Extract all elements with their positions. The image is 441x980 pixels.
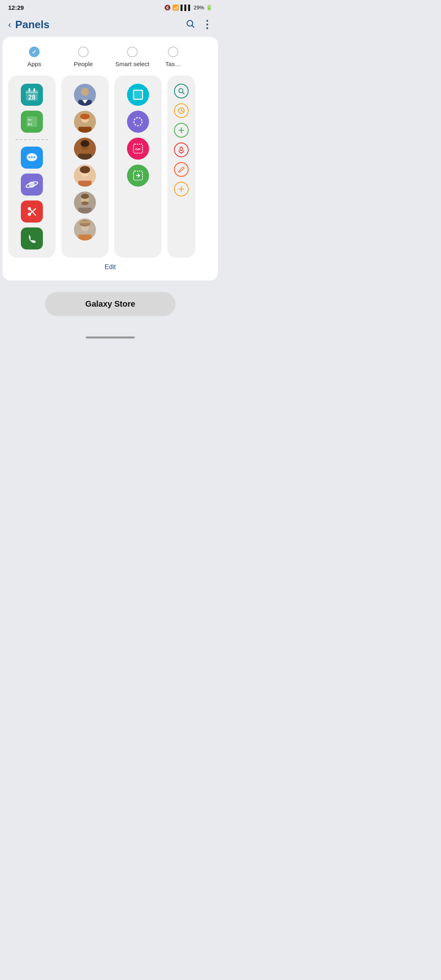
svg-rect-60 (180, 147, 183, 151)
app-icon-messages[interactable] (21, 147, 43, 169)
svg-point-13 (33, 156, 35, 158)
battery-icon: 🔋 (206, 4, 212, 11)
svg-rect-36 (78, 181, 91, 187)
avatar-5[interactable] (74, 192, 96, 214)
galaxy-store-section: Galaxy Store (8, 292, 212, 316)
task-clock-icon (174, 103, 189, 118)
svg-rect-45 (80, 221, 91, 223)
task-pen-icon (174, 162, 189, 177)
svg-text:28: 28 (28, 94, 36, 101)
smart-lasso-select[interactable] (127, 111, 149, 133)
svg-text:+−: +− (28, 118, 33, 122)
svg-text:×÷: ×÷ (28, 122, 33, 127)
svg-line-54 (183, 92, 184, 94)
status-bar: 12:29 🔇 📶 ▌▌▌ 29% 🔋 (0, 0, 220, 13)
status-time: 12:29 (8, 4, 24, 11)
panel-selector: Apps People Smart select Tas… (7, 47, 214, 76)
avatar-6[interactable] (74, 218, 96, 241)
svg-point-35 (80, 166, 90, 174)
search-icon[interactable] (185, 19, 195, 31)
smart-pin[interactable] (127, 165, 149, 187)
app-icon-calculator[interactable]: +− ×÷ (21, 111, 43, 133)
panel-label-smart: Smart select (115, 60, 149, 67)
people-panel (61, 76, 109, 258)
svg-point-39 (81, 194, 89, 199)
mute-icon: 🔇 (164, 4, 171, 11)
task-search-icon (174, 84, 189, 98)
home-indicator (86, 336, 135, 339)
status-icons: 🔇 📶 ▌▌▌ 29% 🔋 (164, 4, 212, 11)
svg-point-49 (134, 118, 142, 126)
battery-percent: 29% (194, 4, 204, 11)
task-mic-icon (174, 143, 189, 157)
panel-option-apps[interactable]: Apps (10, 47, 59, 67)
svg-point-27 (80, 114, 89, 119)
radio-tasks[interactable] (168, 47, 178, 57)
main-card: Apps People Smart select Tas… 28 (2, 37, 218, 281)
app-icon-saturn[interactable] (21, 174, 43, 196)
smart-gif-capture[interactable]: GIF (127, 138, 149, 160)
smart-select-panel: GIF (114, 76, 162, 258)
svg-point-17 (29, 182, 35, 187)
app-icon-youcut[interactable] (21, 200, 43, 223)
svg-rect-28 (78, 127, 91, 133)
panel-label-tasks: Tas… (165, 60, 181, 67)
svg-rect-5 (29, 88, 30, 91)
svg-rect-41 (78, 208, 91, 214)
radio-people[interactable] (78, 47, 89, 57)
svg-point-23 (81, 88, 89, 96)
smart-rect-select[interactable] (127, 84, 149, 106)
svg-point-40 (81, 201, 89, 205)
nav-left: ‹ Panels (8, 18, 49, 31)
apps-panel: 28 +− ×÷ (8, 76, 56, 258)
panels-scroll: 28 +− ×÷ (7, 76, 214, 258)
svg-line-57 (181, 111, 183, 111)
wifi-icon: 📶 (172, 4, 179, 11)
avatar-2[interactable] (74, 111, 96, 133)
tasks-panel-partial (167, 76, 195, 258)
app-icon-phone[interactable] (21, 227, 43, 249)
more-options-icon[interactable]: ⋮ (202, 18, 212, 31)
panel-option-people[interactable]: People (59, 47, 108, 67)
svg-rect-3 (26, 91, 38, 93)
svg-point-11 (29, 156, 30, 158)
avatar-4[interactable] (74, 165, 96, 187)
svg-rect-32 (78, 154, 91, 160)
svg-point-12 (31, 156, 33, 158)
apps-divider (16, 139, 48, 140)
panel-option-tasks[interactable]: Tas… (157, 47, 189, 67)
page-title: Panels (15, 18, 49, 31)
svg-text:GIF: GIF (135, 147, 140, 151)
panel-label-people: People (74, 60, 93, 67)
app-icon-calendar[interactable]: 28 (21, 84, 43, 106)
task-add-icon (174, 123, 189, 138)
svg-rect-6 (33, 88, 35, 91)
top-navigation: ‹ Panels ⋮ (0, 13, 220, 37)
radio-apps[interactable] (29, 47, 40, 57)
svg-point-31 (80, 140, 89, 147)
svg-rect-48 (134, 90, 143, 99)
panel-option-smart[interactable]: Smart select (108, 47, 157, 67)
edit-button[interactable]: Edit (7, 258, 214, 271)
nav-right: ⋮ (185, 18, 212, 31)
radio-smart[interactable] (127, 47, 138, 57)
svg-rect-46 (78, 235, 91, 241)
panel-label-apps: Apps (27, 60, 41, 67)
avatar-1[interactable] (74, 84, 96, 106)
bottom-indicator (0, 324, 220, 345)
avatar-3[interactable] (74, 138, 96, 160)
task-add2-icon (174, 182, 189, 196)
back-button[interactable]: ‹ (8, 20, 11, 30)
svg-line-1 (192, 25, 194, 27)
galaxy-store-button[interactable]: Galaxy Store (45, 292, 176, 316)
signal-icon: ▌▌▌ (180, 4, 192, 11)
